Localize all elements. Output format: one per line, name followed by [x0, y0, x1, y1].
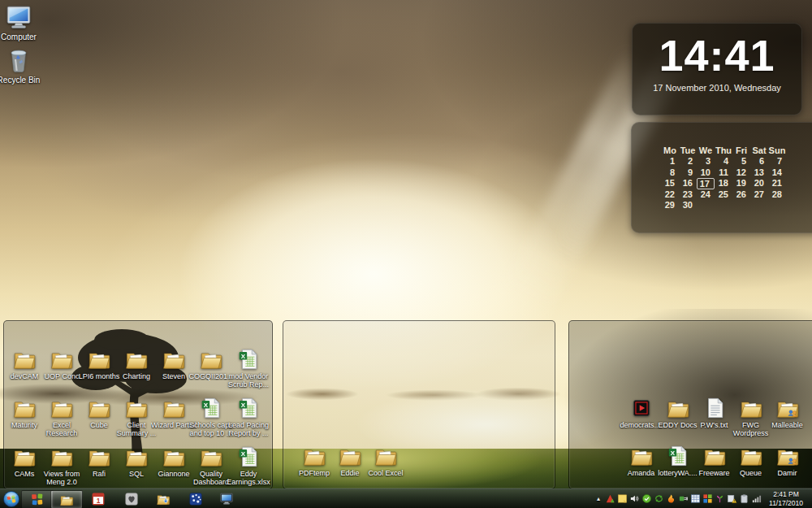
taskbar[interactable]: 1 ▴ 2:41 PM 11/17/2010: [0, 488, 812, 508]
fence-icon-devcam[interactable]: devCAM: [6, 347, 43, 380]
tray-plant-icon[interactable]: [715, 493, 725, 504]
calendar-day: 23: [679, 189, 697, 200]
fence-icon-schools-caps-and-top-10[interactable]: X Schools caps and top 10 ...: [192, 396, 230, 438]
calendar-day: 10: [697, 167, 715, 178]
fence-icon-lead-pacing-report-by[interactable]: X Lead Pacing Report by ...: [230, 396, 267, 438]
fence-right[interactable]: democrats.... EDDY Docs P.W's.txt FWG Wo…: [568, 320, 812, 489]
tray-warning-icon[interactable]: [727, 493, 737, 504]
icon-label: Malleable: [765, 421, 810, 429]
windows-explorer-icon: [59, 493, 74, 507]
tray-grid-color-icon[interactable]: [702, 493, 713, 504]
taskbar-button-windows-explorer[interactable]: [50, 490, 83, 508]
folder-shared-icon: [775, 444, 800, 468]
svg-text:X: X: [204, 402, 209, 409]
folder-icon: [162, 347, 186, 371]
fence-icon-cams[interactable]: CAMs: [6, 445, 43, 478]
downloads-folder-icon: [156, 492, 171, 506]
fence-icon-maturity[interactable]: Maturity: [6, 396, 43, 429]
tray-clock[interactable]: 2:41 PM 11/17/2010: [763, 490, 809, 506]
fence-icon-mod-vendor-scrub-rep[interactable]: X mod Vendor Scrub Rep...: [230, 347, 267, 389]
fence-icon-quality-dashboard[interactable]: Quality Dashboard: [192, 445, 230, 487]
folder-icon: [702, 444, 727, 468]
calendar-grid: MoTueWeThuFriSatSun123456789101112131415…: [661, 145, 786, 211]
fence-icon-eddy-earnings-xlsx[interactable]: X Eddy Earnings.xlsx: [230, 445, 267, 487]
folder-icon: [87, 347, 111, 371]
fence-middle[interactable]: PDFtemp Eddie Cool Excel: [283, 320, 555, 489]
taskbar-button-calendar-app[interactable]: 1: [84, 490, 112, 507]
folder-icon: [87, 396, 111, 420]
calendar-day: [715, 200, 732, 211]
media-icon: [629, 396, 654, 420]
fence-icon-views-from-meng-2-0[interactable]: Views from Meng 2.0: [43, 445, 80, 487]
tray-clipboard-icon[interactable]: [739, 493, 749, 504]
clock-gadget[interactable]: 14:41 17 November 2010, Wednesday: [632, 23, 802, 115]
tray-green-status-icon[interactable]: [641, 493, 652, 504]
calendar-day: [732, 200, 750, 211]
excel-icon: X: [236, 347, 261, 371]
tray-grid-blue-icon[interactable]: [690, 493, 701, 504]
calendar-day: [750, 200, 768, 211]
fence-icon-cogqii201[interactable]: COGQII201...: [192, 347, 230, 380]
folder-icon: [162, 396, 186, 420]
desktop-icon-computer[interactable]: Computer: [0, 4, 37, 42]
taskbar-button-gray-heart-app[interactable]: [118, 490, 145, 507]
folder-icon: [162, 445, 186, 469]
icon-label: mod Vendor Scrub Rep...: [226, 372, 271, 389]
fence-icon-damir[interactable]: Damir: [769, 444, 806, 477]
tray-sticky-note-icon[interactable]: [617, 493, 628, 504]
clock-date: 17 November 2010, Wednesday: [633, 83, 801, 93]
fence-icon-wizard-partial[interactable]: Wizard Partial: [155, 396, 192, 429]
gray-heart-app-icon: [124, 492, 139, 506]
fence-icon-uop-conc[interactable]: UOP Conc: [43, 347, 80, 380]
fence-icon-freeware[interactable]: Freeware: [696, 444, 732, 477]
desktop-icon-recycle-bin[interactable]: Recycle Bin: [0, 47, 37, 85]
calendar-gadget[interactable]: MoTueWeThuFriSatSun123456789101112131415…: [631, 122, 812, 233]
folder-icon: [12, 445, 37, 469]
fence-icon-malleable[interactable]: Malleable: [769, 396, 806, 429]
tray-usb-plug-icon[interactable]: [678, 493, 689, 504]
icon-label: Damir: [765, 469, 810, 477]
icon-label: Cool Excel: [363, 469, 408, 477]
computer-icon: [5, 4, 32, 32]
fence-icon-cool-excel[interactable]: Cool Excel: [368, 444, 404, 477]
fence-icon-amanda[interactable]: Amanda: [623, 444, 659, 477]
fence-icon-steven[interactable]: Steven: [155, 347, 192, 380]
fence-icon-excel-research[interactable]: Excel Research: [43, 396, 80, 438]
svg-text:X: X: [241, 353, 246, 360]
taskbar-button-blue-network-app[interactable]: [182, 490, 209, 507]
hidden-icons-arrow[interactable]: ▴: [594, 495, 603, 502]
fence-left[interactable]: devCAM UOP Conc LPI6 months Charting: [3, 320, 273, 489]
taskbar-button-remote-desktop[interactable]: [213, 490, 240, 507]
start-button[interactable]: [2, 489, 21, 508]
svg-text:X: X: [670, 449, 675, 457]
fence-icon-p-w-s-txt[interactable]: P.W's.txt: [696, 396, 732, 429]
svg-text:1: 1: [97, 497, 101, 505]
tray-network-bars-icon[interactable]: [751, 493, 762, 504]
taskbar-button-downloads-folder[interactable]: [149, 490, 177, 507]
fence-icon-cube[interactable]: Cube: [80, 396, 118, 429]
fence-icon-lpi6-months[interactable]: LPI6 months: [80, 347, 118, 380]
fence-icon-client-summary[interactable]: Client Summary ...: [118, 396, 155, 438]
calendar-day: 24: [697, 189, 715, 200]
fence-icon-queue[interactable]: Queue: [732, 444, 769, 477]
fence-icon-sql[interactable]: SQL: [118, 445, 155, 478]
tray-flame-icon[interactable]: [666, 493, 676, 504]
fence-icon-fwg-wordpress[interactable]: FWG Wordpress: [732, 396, 769, 438]
fence-icon-giannone[interactable]: Giannone: [155, 445, 192, 478]
fence-icon-eddy-docs[interactable]: EDDY Docs: [659, 396, 696, 429]
fence-icon-lotterywa[interactable]: X lotteryWA....: [659, 444, 696, 477]
calendar-day: 7: [768, 156, 786, 167]
calendar-day: 22: [661, 189, 679, 200]
folder-icon: [302, 444, 326, 468]
tray-volume-icon[interactable]: [629, 493, 640, 504]
taskbar-button-app-colorful-blocks[interactable]: [21, 490, 54, 508]
fence-icon-charting[interactable]: Charting: [118, 347, 155, 380]
calendar-day: 20: [750, 178, 768, 189]
calendar-day: 16: [679, 178, 697, 189]
tray-date: 11/17/2010: [763, 499, 809, 507]
tray-sync-icon[interactable]: [654, 493, 664, 504]
fence-icon-rafi[interactable]: Rafi: [80, 445, 118, 478]
calendar-day-selected: 17: [697, 178, 715, 189]
tray-antivirus-icon[interactable]: [605, 493, 615, 504]
fence-icon-democrats[interactable]: democrats....: [623, 396, 659, 429]
